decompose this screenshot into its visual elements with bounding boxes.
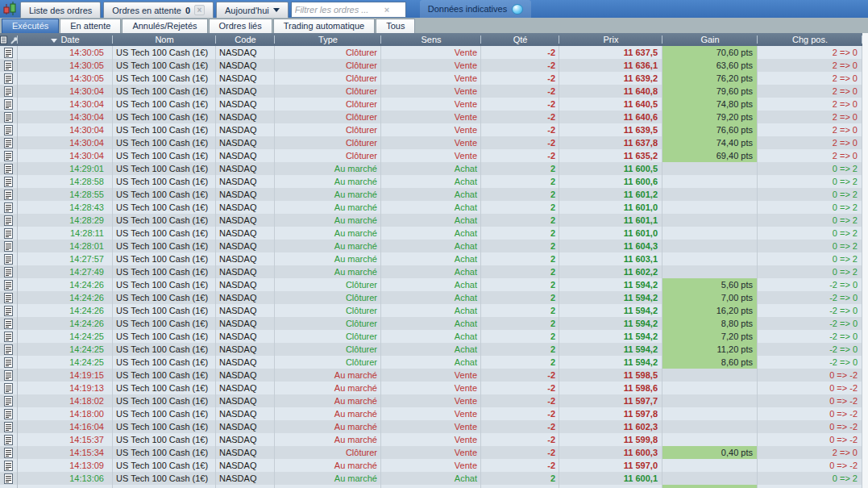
order-doc-icon[interactable] (4, 332, 13, 342)
tab-en-attente[interactable]: En attente (60, 19, 121, 33)
order-doc-icon[interactable] (4, 241, 13, 252)
tab-executes[interactable]: Exécutés (2, 19, 59, 33)
order-doc-icon-cell[interactable] (0, 304, 18, 317)
order-doc-icon-cell[interactable] (0, 227, 18, 240)
tab-ordres-lies[interactable]: Ordres liés (209, 19, 272, 33)
order-doc-icon[interactable] (4, 151, 13, 161)
clear-filter-icon[interactable]: × (380, 5, 393, 15)
order-row[interactable]: 14:19:15US Tech 100 Cash (1€)NASDAQAu ma… (0, 369, 868, 382)
order-filter-input[interactable] (292, 5, 380, 15)
order-row[interactable]: 14:30:04US Tech 100 Cash (1€)NASDAQClôtu… (0, 149, 868, 162)
order-doc-icon-cell[interactable] (0, 369, 18, 382)
order-row[interactable]: 14:13:06US Tech 100 Cash (1€)NASDAQAu ma… (0, 472, 868, 485)
order-doc-icon[interactable] (4, 383, 13, 394)
order-doc-icon-cell[interactable] (0, 343, 18, 356)
order-doc-icon-cell[interactable] (0, 394, 18, 407)
order-row[interactable]: 14:28:58US Tech 100 Cash (1€)NASDAQAu ma… (0, 175, 868, 188)
order-doc-icon-cell[interactable] (0, 446, 18, 459)
tab-ordres-en-attente[interactable]: Ordres en attente 0 × (103, 2, 214, 18)
order-row[interactable]: 14:28:29US Tech 100 Cash (1€)NASDAQAu ma… (0, 214, 868, 227)
order-doc-icon[interactable] (4, 435, 13, 445)
order-doc-icon[interactable] (4, 370, 13, 381)
candlestick-chart-icon[interactable] (0, 0, 20, 18)
wrench-settings-icon[interactable] (10, 35, 18, 44)
order-doc-icon-cell[interactable] (0, 188, 18, 201)
order-row[interactable]: 14:15:37US Tech 100 Cash (1€)NASDAQAu ma… (0, 433, 868, 446)
order-doc-icon-cell[interactable] (0, 46, 18, 59)
column-header-sens[interactable]: Sens (381, 33, 481, 46)
order-doc-icon[interactable] (4, 344, 13, 355)
tab-trading-automatique[interactable]: Trading automatique (273, 19, 376, 33)
order-doc-icon[interactable] (4, 319, 13, 329)
order-doc-icon-cell[interactable] (0, 459, 18, 472)
column-header-date[interactable]: Date (18, 33, 113, 46)
column-header-prix[interactable]: Prix (559, 33, 662, 46)
order-row[interactable]: 14:30:04US Tech 100 Cash (1€)NASDAQClôtu… (0, 123, 868, 136)
order-doc-icon[interactable] (4, 164, 13, 174)
order-row[interactable]: 14:30:05US Tech 100 Cash (1€)NASDAQClôtu… (0, 46, 868, 59)
order-row[interactable]: 14:24:26US Tech 100 Cash (1€)NASDAQClôtu… (0, 291, 868, 304)
order-row[interactable]: 14:24:25US Tech 100 Cash (1€)NASDAQClôtu… (0, 330, 868, 343)
order-doc-icon[interactable] (4, 202, 13, 213)
order-doc-icon[interactable] (4, 422, 13, 432)
order-doc-icon-cell[interactable] (0, 291, 18, 304)
order-row[interactable]: 14:18:02US Tech 100 Cash (1€)NASDAQAu ma… (0, 394, 868, 407)
order-row[interactable]: 14:15:34US Tech 100 Cash (1€)NASDAQClôtu… (0, 446, 868, 459)
order-doc-icon-cell[interactable] (0, 330, 18, 343)
order-row[interactable]: 14:19:13US Tech 100 Cash (1€)NASDAQAu ma… (0, 382, 868, 394)
column-header-type[interactable]: Type (275, 33, 381, 46)
order-doc-icon-cell[interactable] (0, 98, 18, 111)
order-doc-icon[interactable] (4, 138, 13, 148)
order-doc-icon-cell[interactable] (0, 85, 18, 98)
order-doc-icon[interactable] (4, 267, 13, 277)
order-doc-icon[interactable] (4, 86, 13, 97)
order-row[interactable]: 14:30:04US Tech 100 Cash (1€)NASDAQClôtu… (0, 111, 868, 123)
order-doc-icon-cell[interactable] (0, 214, 18, 227)
order-row[interactable]: 14:28:11US Tech 100 Cash (1€)NASDAQAu ma… (0, 227, 868, 240)
order-doc-icon[interactable] (4, 473, 13, 484)
tab-annules-rejetes[interactable]: Annulés/Rejetés (122, 19, 207, 33)
order-doc-icon-cell[interactable] (0, 111, 18, 123)
order-row[interactable]: 14:18:00US Tech 100 Cash (1€)NASDAQAu ma… (0, 407, 868, 420)
order-row[interactable]: 14:24:25US Tech 100 Cash (1€)NASDAQClôtu… (0, 356, 868, 369)
order-doc-icon[interactable] (4, 112, 13, 123)
column-header-code[interactable]: Code (216, 33, 275, 46)
order-doc-icon-cell[interactable] (0, 149, 18, 162)
order-doc-icon[interactable] (4, 396, 13, 407)
order-row[interactable]: 14:24:25US Tech 100 Cash (1€)NASDAQClôtu… (0, 343, 868, 356)
tab-tous[interactable]: Tous (376, 19, 415, 33)
order-doc-icon-cell[interactable] (0, 265, 18, 278)
order-doc-icon-cell[interactable] (0, 72, 18, 85)
order-doc-icon[interactable] (4, 190, 13, 200)
order-doc-icon-cell[interactable] (0, 201, 18, 214)
order-doc-icon[interactable] (4, 215, 13, 226)
globe-icon[interactable] (512, 4, 523, 15)
order-doc-icon[interactable] (4, 448, 13, 458)
order-doc-icon[interactable] (4, 357, 13, 368)
order-row[interactable]: 14:27:49US Tech 100 Cash (1€)NASDAQAu ma… (0, 265, 868, 278)
order-row[interactable]: 14:30:04US Tech 100 Cash (1€)NASDAQClôtu… (0, 85, 868, 98)
order-doc-icon[interactable] (4, 280, 13, 290)
column-header-chg-pos[interactable]: Chg pos. (758, 33, 862, 46)
order-doc-icon[interactable] (4, 177, 13, 187)
order-row[interactable]: 14:30:04US Tech 100 Cash (1€)NASDAQClôtu… (0, 136, 868, 149)
order-doc-icon-cell[interactable] (0, 252, 18, 265)
report-icon[interactable] (0, 35, 7, 44)
date-filter-dropdown[interactable]: Aujourd'hui (216, 2, 289, 18)
order-doc-icon[interactable] (4, 48, 13, 58)
order-doc-icon-cell[interactable] (0, 356, 18, 369)
column-header-qte[interactable]: Qté (481, 33, 559, 46)
order-row[interactable]: 14:24:26US Tech 100 Cash (1€)NASDAQClôtu… (0, 278, 868, 291)
order-doc-icon[interactable] (4, 228, 13, 239)
order-doc-icon[interactable] (4, 293, 13, 303)
order-row[interactable]: 14:28:55US Tech 100 Cash (1€)NASDAQAu ma… (0, 188, 868, 201)
order-row[interactable]: 14:24:26US Tech 100 Cash (1€)NASDAQClôtu… (0, 304, 868, 317)
order-doc-icon-cell[interactable] (0, 59, 18, 72)
order-row[interactable]: 14:30:04US Tech 100 Cash (1€)NASDAQClôtu… (0, 98, 868, 111)
order-doc-icon-cell[interactable] (0, 278, 18, 291)
order-row[interactable]: 14:13:09US Tech 100 Cash (1€)NASDAQAu ma… (0, 459, 868, 472)
order-row[interactable]: 14:30:05US Tech 100 Cash (1€)NASDAQClôtu… (0, 59, 868, 72)
order-doc-icon-cell[interactable] (0, 162, 18, 175)
order-doc-icon[interactable] (4, 461, 13, 471)
order-doc-icon-cell[interactable] (0, 407, 18, 420)
